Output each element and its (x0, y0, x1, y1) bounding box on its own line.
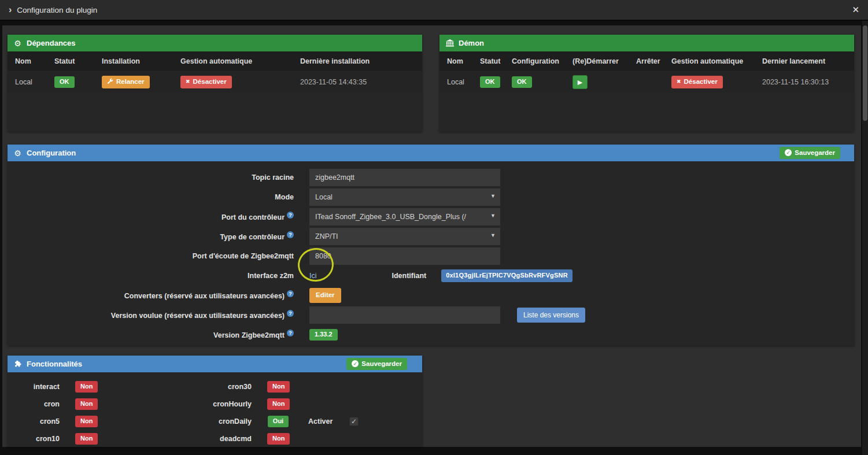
edit-converters-button[interactable]: Editer (309, 288, 341, 303)
form-row-mode: Mode Local ▼ (8, 187, 854, 207)
daemon-table-header: Nom Statut Configuration (Re)Démarrer Ar… (439, 51, 854, 71)
activer-label: Activer (308, 417, 335, 426)
col-nom: Nom (447, 57, 480, 65)
relaunch-install-button[interactable]: Relancer (102, 76, 150, 88)
daemon-name: Local (447, 78, 480, 86)
controller-type-label: Type de contrôleur? (8, 231, 294, 241)
col-installation: Installation (102, 57, 180, 65)
col-configuration: Configuration (512, 57, 572, 65)
feature-label-cronhourly: cronHourly (97, 400, 252, 408)
feature-value-cron: Non (75, 398, 98, 409)
daemon-header: Démon (439, 35, 854, 51)
daemon-title: Démon (459, 39, 484, 47)
wanted-version-input[interactable] (309, 306, 500, 324)
identifier-label: Identifiant (392, 272, 427, 280)
disable-auto-install-button[interactable]: ✖ Désactiver (180, 76, 232, 88)
help-icon[interactable]: ? (287, 330, 294, 336)
disable-auto-daemon-button[interactable]: ✖ Désactiver (671, 76, 723, 88)
save-configuration-button[interactable]: ✓ Sauvegarder (780, 147, 840, 160)
configuration-title: Configuration (27, 149, 76, 157)
last-install-date: 2023-11-05 14:43:35 (300, 78, 415, 86)
identifier-badge: 0xI1Q3gjlLrEjTPIC7VQgSbRvRFVgSNR (441, 269, 572, 282)
z2m-version-label: Version Zigbee2mqtt? (8, 330, 294, 339)
chevron-down-icon: ▼ (490, 193, 496, 199)
wrench-icon (107, 78, 113, 86)
activer-checkbox[interactable]: ✓ (349, 417, 359, 426)
form-row-listen-port: Port d'écoute de Zigbee2mqtt (8, 246, 854, 266)
col-gestion-automatique: Gestion automatique (180, 57, 300, 65)
dependencies-panel: ⚙ Dépendances Nom Statut Installation Ge… (8, 35, 422, 132)
daemon-table-row: Local OK OK ▶ ✖ Désactiver 2023-11-15 16… (439, 71, 854, 93)
interface-link[interactable]: Ici (309, 272, 317, 280)
mode-select[interactable]: Local ▼ (309, 188, 500, 206)
dependencies-header: ⚙ Dépendances (8, 35, 422, 51)
x-icon: ✖ (186, 79, 190, 84)
restart-daemon-button[interactable]: ▶ (572, 75, 588, 89)
feature-value-cron10: Non (75, 433, 98, 444)
help-icon[interactable]: ? (287, 310, 294, 317)
save-features-button[interactable]: ✓ Sauvegarder (346, 358, 407, 371)
feature-value-cronhourly: Non (267, 398, 290, 409)
close-icon[interactable]: ✕ (852, 5, 859, 15)
feature-value-crondaily: Oui (268, 416, 289, 427)
feature-label-crondaily: cronDaily (97, 417, 252, 426)
feature-label-cron5: cron5 (8, 417, 60, 426)
feature-row: cron10 Non deadcmd Non (8, 430, 422, 447)
col-gestion-automatique: Gestion automatique (671, 57, 762, 65)
play-icon: ▶ (578, 79, 582, 86)
form-row-controller-port: Port du contrôleur? ITead Sonoff_Zigbee_… (8, 207, 854, 227)
configuration-form: Topic racine Mode Local ▼ Port du contrô… (8, 161, 854, 345)
dependency-name: Local (15, 78, 54, 86)
dependencies-table-row: Local OK Relancer ✖ Désactiver 2023-11-0… (8, 71, 422, 93)
controller-type-select[interactable]: ZNP/TI ▼ (309, 228, 500, 245)
chevron-right-icon: › (9, 5, 12, 14)
feature-row: cron5 Non cronDaily Oui Activer ✓ (8, 413, 422, 430)
daemon-status-badge: OK (480, 76, 500, 87)
feature-label-cron10: cron10 (8, 435, 60, 443)
daemon-panel: Démon Nom Statut Configuration (Re)Démar… (439, 35, 854, 132)
features-panel: Fonctionnalités ✓ Sauvegarder interact N… (8, 356, 422, 447)
check-icon: ✓ (351, 417, 357, 426)
col-statut: Statut (54, 57, 102, 65)
vertical-scrollbar[interactable] (862, 21, 868, 455)
plugin-config-page: › Configuration du plugin ✕ ⚙ Dépendance… (0, 0, 868, 455)
features-grid: interact Non cron30 Non cron Non cronHou… (8, 372, 422, 447)
col-statut: Statut (480, 57, 512, 65)
feature-label-cron30: cron30 (97, 383, 252, 391)
topic-input[interactable] (309, 169, 500, 186)
features-header: Fonctionnalités ✓ Sauvegarder (8, 356, 422, 372)
dependencies-table-header: Nom Statut Installation Gestion automati… (8, 51, 422, 71)
feature-row: cron Non cronHourly Non (8, 395, 422, 413)
form-row-z2m-version: Version Zigbee2mqtt? 1.33.2 (8, 325, 854, 345)
chevron-down-icon: ▼ (490, 213, 496, 219)
col-arreter: Arrêter (636, 57, 671, 65)
col-nom: Nom (15, 57, 54, 65)
bank-icon (445, 39, 454, 47)
feature-label-interact: interact (8, 383, 60, 391)
help-icon[interactable]: ? (287, 290, 294, 297)
wanted-version-label: Version voulue (réservé aux utilisateurs… (8, 310, 294, 320)
chevron-down-icon: ▼ (490, 232, 496, 238)
help-icon[interactable]: ? (287, 231, 294, 238)
controller-port-select[interactable]: ITead Sonoff_Zigbee_3.0_USB_Dongle_Plus … (309, 208, 500, 225)
feature-value-interact: Non (75, 381, 98, 392)
help-icon[interactable]: ? (287, 212, 294, 219)
configuration-header: ⚙ Configuration ✓ Sauvegarder (8, 145, 854, 161)
puzzle-icon (13, 360, 22, 368)
x-icon: ✖ (677, 79, 681, 84)
page-title: Configuration du plugin (17, 6, 97, 14)
listen-port-input[interactable] (309, 247, 500, 265)
form-row-topic: Topic racine (8, 168, 854, 187)
dependency-status-badge: OK (54, 76, 75, 87)
gear-icon: ⚙ (13, 39, 22, 47)
scrollbar-thumb[interactable] (863, 25, 867, 121)
converters-label: Converters (réservé aux utilisateurs ava… (8, 290, 294, 300)
form-row-wanted-version: Version voulue (réservé aux utilisateurs… (8, 305, 854, 325)
feature-value-deadcmd: Non (267, 433, 290, 444)
versions-list-button[interactable]: Liste des versions (517, 308, 585, 323)
col-redemarrer: (Re)Démarrer (572, 57, 636, 65)
check-circle-icon: ✓ (352, 360, 359, 367)
form-row-controller-type: Type de contrôleur? ZNP/TI ▼ (8, 227, 854, 246)
feature-label-cron: cron (8, 400, 60, 408)
interface-label: Interface z2m (8, 272, 294, 280)
